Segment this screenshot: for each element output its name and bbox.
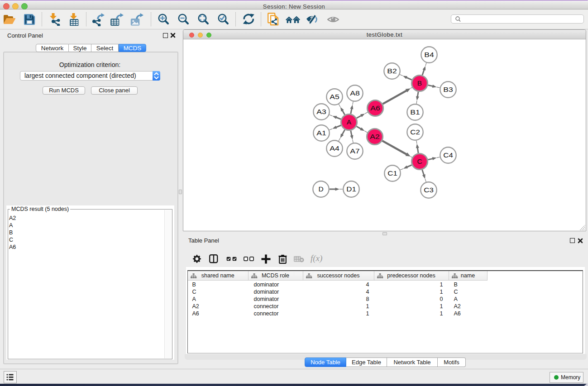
svg-text:A1: A1 <box>316 129 326 137</box>
svg-text:C1: C1 <box>387 169 397 177</box>
svg-text:A: A <box>347 118 352 126</box>
svg-text:B4: B4 <box>424 51 434 58</box>
svg-text:B: B <box>417 79 422 87</box>
svg-text:C4: C4 <box>443 151 453 159</box>
svg-text:A6: A6 <box>370 104 380 112</box>
svg-text:D1: D1 <box>346 185 356 193</box>
svg-text:A4: A4 <box>330 144 339 152</box>
svg-text:A3: A3 <box>316 108 326 115</box>
svg-text:A8: A8 <box>350 89 360 97</box>
svg-text:C: C <box>417 157 422 165</box>
svg-text:B2: B2 <box>387 67 397 75</box>
svg-text:D: D <box>318 185 323 193</box>
svg-text:B1: B1 <box>410 108 420 116</box>
svg-text:C2: C2 <box>410 128 420 136</box>
svg-text:Memory: Memory <box>561 374 580 381</box>
svg-text:B3: B3 <box>443 86 453 93</box>
svg-text:A5: A5 <box>330 93 339 100</box>
svg-text:A7: A7 <box>350 147 360 155</box>
svg-text:A2: A2 <box>370 133 380 140</box>
svg-text:C3: C3 <box>424 186 434 194</box>
